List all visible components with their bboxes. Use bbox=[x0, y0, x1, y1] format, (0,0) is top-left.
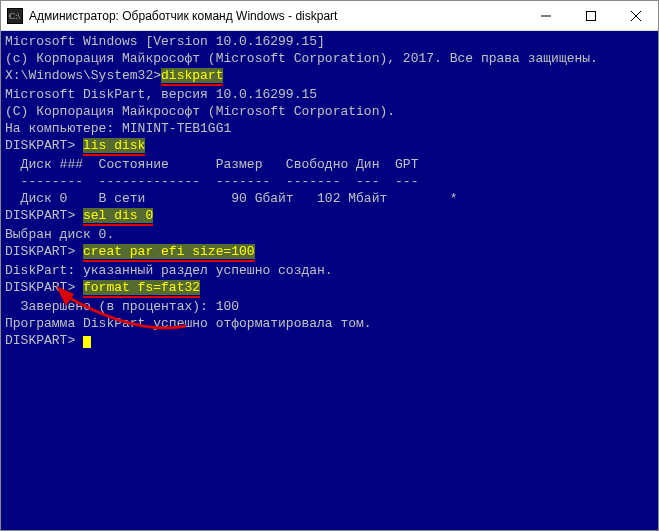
minimize-button[interactable] bbox=[523, 1, 568, 31]
table-separator: -------- ------------- ------- ------- -… bbox=[5, 173, 654, 190]
table-row: Диск 0 В сети 90 Gбайт 102 Mбайт * bbox=[5, 190, 654, 207]
maximize-button[interactable] bbox=[568, 1, 613, 31]
svg-rect-4 bbox=[586, 11, 595, 20]
prompt-line: DISKPART> format fs=fat32 bbox=[5, 279, 654, 298]
output-line: Microsoft Windows [Version 10.0.16299.15… bbox=[5, 33, 654, 50]
output-line: На компьютере: MININT-TEB1GG1 bbox=[5, 120, 654, 137]
output-line: Завершено (в процентах): 100 bbox=[5, 298, 654, 315]
window-buttons bbox=[523, 1, 658, 31]
command-highlight: sel dis 0 bbox=[83, 208, 153, 223]
output-line: Выбран диск 0. bbox=[5, 226, 654, 243]
svg-text:C:\: C:\ bbox=[9, 11, 21, 21]
close-button[interactable] bbox=[613, 1, 658, 31]
prompt-line: DISKPART> creat par efi size=100 bbox=[5, 243, 654, 262]
prompt-line: X:\Windows\System32>diskpart bbox=[5, 67, 654, 86]
window-title: Администратор: Обработчик команд Windows… bbox=[29, 9, 523, 23]
command-highlight: lis disk bbox=[83, 138, 145, 153]
command-highlight: creat par efi size=100 bbox=[83, 244, 255, 259]
terminal-area[interactable]: Microsoft Windows [Version 10.0.16299.15… bbox=[1, 31, 658, 530]
prompt-line: DISKPART> bbox=[5, 332, 654, 349]
command-highlight: diskpart bbox=[161, 68, 223, 83]
app-window: C:\ Администратор: Обработчик команд Win… bbox=[0, 0, 659, 531]
titlebar[interactable]: C:\ Администратор: Обработчик команд Win… bbox=[1, 1, 658, 31]
table-header: Диск ### Состояние Размер Свободно Дин G… bbox=[5, 156, 654, 173]
output-line: (C) Корпорация Майкрософт (Microsoft Cor… bbox=[5, 103, 654, 120]
command-highlight: format fs=fat32 bbox=[83, 280, 200, 295]
prompt-line: DISKPART> sel dis 0 bbox=[5, 207, 654, 226]
cursor-icon bbox=[83, 336, 91, 348]
output-line: Программа DiskPart успешно отформатирова… bbox=[5, 315, 654, 332]
cmd-icon: C:\ bbox=[7, 8, 23, 24]
output-line: DiskPart: указанный раздел успешно созда… bbox=[5, 262, 654, 279]
output-line: (c) Корпорация Майкрософт (Microsoft Cor… bbox=[5, 50, 654, 67]
output-line: Microsoft DiskPart, версия 10.0.16299.15 bbox=[5, 86, 654, 103]
prompt-line: DISKPART> lis disk bbox=[5, 137, 654, 156]
